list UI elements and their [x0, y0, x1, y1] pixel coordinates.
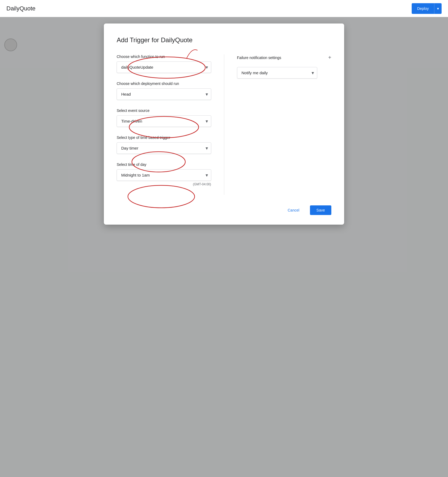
deploy-dropdown-button[interactable]: ▾ — [434, 3, 442, 14]
event-source-select-wrapper: Time-driven ▾ — [117, 115, 211, 127]
modal-footer: Cancel Save — [117, 205, 331, 215]
deployment-select-wrapper: Head ▾ — [117, 88, 211, 100]
left-panel: Choose which function to run dailyQuoteU… — [117, 54, 224, 195]
app-title: DailyQuote — [6, 5, 36, 12]
deployment-label: Choose which deployment should run — [117, 81, 211, 86]
function-form-group: Choose which function to run dailyQuoteU… — [117, 54, 211, 73]
cancel-button[interactable]: Cancel — [281, 205, 306, 215]
notification-settings-label: Failure notification settings — [237, 56, 281, 60]
time-of-day-label: Select time of day — [117, 162, 211, 167]
timezone-note: (GMT-04:00) — [117, 182, 211, 186]
trigger-type-select[interactable]: Day timer — [117, 142, 211, 154]
add-notification-icon[interactable]: + — [328, 54, 331, 61]
modal-body: Choose which function to run dailyQuoteU… — [117, 54, 331, 195]
deploy-btn-container: Deploy ▾ — [412, 3, 442, 14]
top-bar: DailyQuote Deploy ▾ — [0, 0, 448, 17]
save-button[interactable]: Save — [310, 205, 331, 215]
notification-select-wrapper: Notify me daily ▾ — [237, 67, 317, 79]
deploy-button[interactable]: Deploy — [412, 3, 434, 14]
trigger-type-label: Select type of time based trigger — [117, 135, 211, 140]
event-source-label: Select event source — [117, 108, 211, 113]
trigger-type-select-wrapper: Day timer ▾ — [117, 142, 211, 154]
right-panel-header: Failure notification settings + — [237, 54, 332, 61]
page-content: Add Trigger for DailyQuote Choose which … — [0, 17, 448, 477]
deploy-dropdown-arrow-icon: ▾ — [437, 6, 439, 11]
deployment-form-group: Choose which deployment should run Head … — [117, 81, 211, 100]
event-source-form-group: Select event source Time-driven ▾ — [117, 108, 211, 127]
deployment-select[interactable]: Head — [117, 88, 211, 100]
time-of-day-select-wrapper: Midnight to 1am ▾ — [117, 169, 211, 181]
trigger-type-form-group: Select type of time based trigger Day ti… — [117, 135, 211, 154]
function-select[interactable]: dailyQuoteUpdate — [117, 61, 211, 73]
modal-overlay: Add Trigger for DailyQuote Choose which … — [0, 17, 448, 477]
time-of-day-form-group: Select time of day Midnight to 1am ▾ (GM… — [117, 162, 211, 186]
event-source-select[interactable]: Time-driven — [117, 115, 211, 127]
notification-select[interactable]: Notify me daily — [237, 67, 317, 79]
time-of-day-select[interactable]: Midnight to 1am — [117, 169, 211, 181]
function-label: Choose which function to run — [117, 54, 211, 59]
function-select-wrapper: dailyQuoteUpdate ▾ — [117, 61, 211, 73]
right-panel: Failure notification settings + Notify m… — [224, 54, 332, 195]
modal-dialog: Add Trigger for DailyQuote Choose which … — [104, 24, 344, 225]
modal-title: Add Trigger for DailyQuote — [117, 36, 331, 44]
